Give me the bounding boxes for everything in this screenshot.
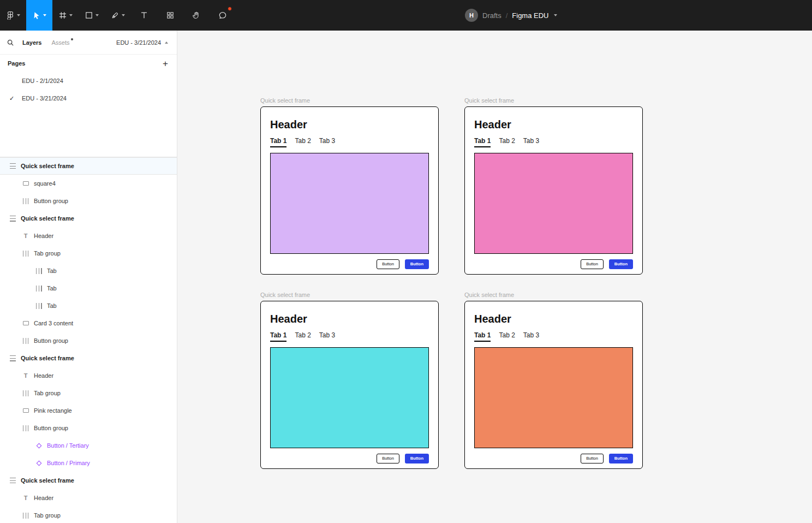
tertiary-button[interactable]: Button	[581, 454, 604, 463]
button-group: Button Button	[474, 454, 633, 463]
move-tool[interactable]	[26, 0, 52, 31]
tab-3[interactable]: Tab 3	[523, 137, 539, 147]
layer-row[interactable]: Tab group	[0, 245, 177, 262]
tertiary-button[interactable]: Button	[377, 454, 399, 463]
content-rectangle[interactable]	[270, 347, 429, 448]
content-rectangle[interactable]	[474, 347, 633, 448]
layer-label: square4	[34, 180, 56, 187]
breadcrumb-project[interactable]: Drafts	[482, 11, 501, 20]
tab-2[interactable]: Tab 2	[295, 137, 311, 147]
tab-assets[interactable]: Assets	[49, 37, 72, 48]
canvas-frame-wrap-4: Quick select frame Header Tab 1 Tab 2 Ta…	[464, 292, 643, 469]
frame-icon	[9, 163, 16, 169]
canvas-frame[interactable]: Header Tab 1 Tab 2 Tab 3 Button Button	[260, 106, 439, 275]
add-page-button[interactable]: +	[162, 59, 169, 68]
text-icon: T	[22, 372, 29, 379]
layer-row[interactable]: Button / Primary	[0, 454, 177, 472]
layer-row[interactable]: Tab group	[0, 507, 177, 523]
primary-button[interactable]: Button	[405, 454, 429, 463]
avatar[interactable]: H	[465, 9, 478, 22]
tab-layers[interactable]: Layers	[20, 37, 44, 48]
autolayout-icon	[22, 425, 29, 431]
primary-button[interactable]: Button	[405, 259, 429, 269]
tab-3[interactable]: Tab 3	[319, 137, 335, 147]
frame-label[interactable]: Quick select frame	[464, 97, 643, 104]
frame-header-text[interactable]: Header	[270, 313, 429, 325]
tab-1[interactable]: Tab 1	[270, 331, 286, 342]
tab-2[interactable]: Tab 2	[499, 331, 515, 342]
layer-label: Tab group	[34, 390, 61, 396]
layer-row[interactable]: Card 3 content	[0, 314, 177, 332]
canvas-frame[interactable]: Header Tab 1 Tab 2 Tab 3 Button Button	[260, 301, 439, 469]
chevron-down-icon	[122, 14, 125, 16]
tab-3[interactable]: Tab 3	[523, 331, 539, 342]
canvas-frame[interactable]: Header Tab 1 Tab 2 Tab 3 Button Button	[464, 301, 643, 469]
tab-3[interactable]: Tab 3	[319, 331, 335, 342]
text-tool[interactable]	[131, 0, 157, 31]
layer-row[interactable]: Quick select frame	[0, 157, 177, 175]
layer-label: Quick select frame	[21, 215, 74, 222]
layer-row[interactable]: THeader	[0, 489, 177, 507]
layer-label: Header	[34, 233, 53, 239]
layer-row[interactable]: Button group	[0, 192, 177, 210]
page-item[interactable]: ✓EDU - 3/21/2024	[0, 90, 177, 107]
tab-2[interactable]: Tab 2	[295, 331, 311, 342]
layer-row[interactable]: Quick select frame	[0, 210, 177, 227]
pen-icon	[111, 11, 120, 20]
canvas[interactable]: Quick select frame Header Tab 1 Tab 2 Ta…	[177, 31, 812, 523]
check-icon: ✓	[9, 95, 14, 102]
search-icon[interactable]	[7, 39, 14, 46]
layer-row[interactable]: square4	[0, 175, 177, 192]
chevron-down-icon	[43, 14, 46, 16]
layer-row[interactable]: Tab group	[0, 384, 177, 402]
frame-icon	[9, 477, 16, 484]
layer-row[interactable]: Quick select frame	[0, 472, 177, 489]
layer-label: Button / Tertiary	[47, 442, 89, 449]
layer-label: Tab	[47, 268, 57, 274]
hand-tool[interactable]	[183, 0, 210, 31]
chevron-down-icon[interactable]	[554, 14, 557, 16]
main-menu-button[interactable]	[0, 0, 26, 31]
layer-row[interactable]: Button group	[0, 419, 177, 437]
canvas-frame-wrap-2: Quick select frame Header Tab 1 Tab 2 Ta…	[464, 97, 643, 275]
shape-tool[interactable]	[79, 0, 105, 31]
tertiary-button[interactable]: Button	[581, 259, 604, 269]
tab-2[interactable]: Tab 2	[499, 137, 515, 147]
button-group: Button Button	[474, 259, 633, 269]
page-item[interactable]: EDU - 2/1/2024	[0, 72, 177, 90]
pen-tool[interactable]	[105, 0, 131, 31]
tertiary-button[interactable]: Button	[377, 259, 399, 269]
layer-row[interactable]: Button group	[0, 332, 177, 349]
page-indicator[interactable]: EDU - 3/21/2024	[116, 39, 170, 46]
primary-button[interactable]: Button	[609, 454, 633, 463]
chevron-up-icon	[165, 41, 168, 44]
primary-button[interactable]: Button	[609, 259, 633, 269]
content-rectangle[interactable]	[474, 153, 633, 254]
layer-row[interactable]: THeader	[0, 367, 177, 384]
autolayout-icon	[22, 337, 29, 344]
layer-row[interactable]: Button / Tertiary	[0, 437, 177, 454]
frame-label[interactable]: Quick select frame	[260, 97, 439, 104]
tab-1[interactable]: Tab 1	[474, 331, 491, 342]
tab-1[interactable]: Tab 1	[270, 137, 286, 147]
frame-tool[interactable]	[52, 0, 79, 31]
layer-row[interactable]: Quick select frame	[0, 349, 177, 367]
comment-tool[interactable]	[210, 0, 236, 31]
assets-update-dot	[71, 38, 73, 40]
layer-row[interactable]: Tab	[0, 262, 177, 280]
frame-label[interactable]: Quick select frame	[260, 292, 439, 299]
frame-label[interactable]: Quick select frame	[464, 292, 643, 299]
frame-header-text[interactable]: Header	[474, 313, 633, 325]
layer-row[interactable]: Tab	[0, 280, 177, 297]
frame-header-text[interactable]: Header	[474, 118, 633, 131]
layer-row[interactable]: Pink rectangle	[0, 402, 177, 419]
layer-row[interactable]: THeader	[0, 227, 177, 245]
layer-row[interactable]: Tab	[0, 297, 177, 314]
canvas-frame[interactable]: Header Tab 1 Tab 2 Tab 3 Button Button	[464, 106, 643, 275]
frame-header-text[interactable]: Header	[270, 118, 429, 131]
resources-tool[interactable]	[157, 0, 183, 31]
tab-1[interactable]: Tab 1	[474, 137, 491, 147]
grid-squares-icon	[166, 11, 175, 20]
file-name[interactable]: Figma EDU	[512, 11, 548, 20]
content-rectangle[interactable]	[270, 153, 429, 254]
